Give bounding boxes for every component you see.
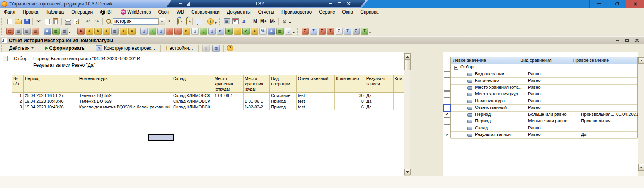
calc-dropdown-icon[interactable]: [68, 32, 71, 33]
filter-checkbox[interactable]: [444, 119, 450, 125]
print-preview-icon[interactable]: [72, 17, 80, 25]
print-form-icon[interactable]: ▥: [23, 28, 31, 35]
memory-subtract-button[interactable]: M-: [268, 19, 277, 24]
table-cell[interactable]: Списание: [270, 93, 297, 98]
menu-item-help[interactable]: Справка: [360, 9, 378, 15]
col-header-warehouse[interactable]: Склад: [172, 75, 213, 93]
table-cell[interactable]: [393, 104, 404, 110]
table-cell[interactable]: 3: [12, 104, 24, 110]
search-input[interactable]: [113, 18, 158, 25]
filter-group-row[interactable]: Отбор: [451, 64, 637, 71]
table-cell[interactable]: [243, 93, 269, 98]
sum-lines-icon[interactable]: Σ: [353, 28, 360, 35]
coins-exchange-icon[interactable]: ↺: [183, 28, 190, 35]
col-header-responsible[interactable]: Ответственный: [296, 75, 334, 93]
scroll-thumb[interactable]: [404, 59, 411, 70]
toolbar-grip[interactable]: [1, 18, 3, 25]
table-cell[interactable]: Да: [365, 104, 393, 110]
filter-checkbox[interactable]: [444, 78, 450, 84]
table-cell[interactable]: Приход: [270, 104, 297, 110]
person-doc-icon[interactable]: ♟: [268, 28, 275, 35]
menu-item-table[interactable]: Таблица: [46, 9, 64, 15]
col-header-nomenclature[interactable]: Номенклатура: [78, 75, 172, 93]
sum-flag-icon[interactable]: Σ: [327, 28, 334, 35]
service-settings-icon[interactable]: ⚙: [280, 17, 289, 25]
print-document-icon[interactable]: ▥: [32, 28, 39, 35]
filter-row-period-to[interactable]: Период Меньше или равно Произвольная...: [451, 118, 637, 125]
sum-dropdown-icon[interactable]: [369, 32, 371, 33]
menu-item-service[interactable]: Сервис: [319, 9, 335, 15]
filter-row-storage-from[interactable]: Место хранения (отк... Равно: [451, 85, 637, 91]
sum-person-blue-icon[interactable]: Σ: [310, 28, 317, 35]
table-cell[interactable]: 19.04.2023 10:43:36: [23, 104, 78, 110]
duplicate-document-icon[interactable]: [194, 17, 203, 25]
table-row[interactable]: 2 19.04.2023 10:43:46 Тележка BQ-559 Скл…: [12, 98, 404, 104]
report-close-icon[interactable]: [635, 39, 639, 42]
table-cell[interactable]: Тележка BQ-559: [78, 93, 172, 98]
report-minimize-icon[interactable]: [616, 40, 619, 41]
col-header-operation-type[interactable]: Вид операции: [270, 75, 297, 93]
spreadsheet-area[interactable]: Отбор: Период Больше или равно "01.04.20…: [0, 52, 404, 176]
undo-icon[interactable]: ↶: [84, 17, 92, 25]
rdp-close-icon[interactable]: [347, 2, 350, 5]
table-cell[interactable]: 1: [12, 93, 24, 98]
scroll-up-button[interactable]: [638, 57, 644, 64]
memory-add-button[interactable]: M+: [259, 19, 268, 24]
settings-button[interactable]: Настройки...: [164, 45, 195, 52]
table-cell[interactable]: Склад КЛИМОВСК: [172, 93, 213, 98]
coins-ruler-icon[interactable]: ●: [120, 28, 127, 35]
menu-item-wildberries[interactable]: WBWildBerries: [121, 9, 151, 15]
table-cell[interactable]: 1-01-06-1: [213, 93, 243, 98]
save-icon[interactable]: [22, 17, 31, 25]
filter-checkbox[interactable]: [444, 98, 450, 104]
col-header-right-value[interactable]: Правое значение: [571, 57, 637, 64]
search-icon[interactable]: [104, 17, 113, 25]
filter-row-period-from[interactable]: Период Больше или равно Произвольная... …: [451, 112, 637, 119]
filter-row-quantity[interactable]: Количество Равно: [451, 78, 637, 85]
menu-item-production[interactable]: Производство: [281, 9, 312, 15]
col-header-storage-from[interactable]: Место хранения (откуда): [213, 75, 243, 93]
table-cell[interactable]: Приход: [270, 98, 297, 104]
filter-checkbox[interactable]: [444, 71, 450, 78]
sum-flag-3-icon[interactable]: Σ: [344, 28, 351, 35]
sum-check-icon[interactable]: Σ: [361, 28, 368, 35]
filter-checkbox[interactable]: ✔: [444, 132, 450, 138]
filter-checkbox[interactable]: [444, 125, 450, 131]
redo-icon[interactable]: ↷: [92, 17, 101, 25]
doc-refresh-icon[interactable]: ↺: [217, 28, 224, 35]
table-cell[interactable]: test: [296, 93, 334, 98]
col-header-record-result[interactable]: Результат записи: [365, 75, 393, 93]
col-header-quantity[interactable]: Количество: [335, 75, 365, 93]
actions-menu-button[interactable]: Действия: [7, 45, 36, 52]
table-cell[interactable]: test: [296, 104, 334, 110]
menu-item-windows[interactable]: Окна: [342, 9, 353, 15]
sheet-vertical-scrollbar[interactable]: [404, 53, 410, 176]
table-cell[interactable]: [213, 98, 243, 104]
coins-stack-icon[interactable]: ●: [103, 28, 110, 35]
partners-icon[interactable]: ♟: [44, 28, 51, 35]
doc-coins-icon[interactable]: ▯: [208, 28, 216, 35]
table-cell[interactable]: 19.04.2023 10:43:46: [23, 98, 78, 104]
menu-item-reports[interactable]: Отчеты: [258, 9, 274, 15]
outgoing-box-icon[interactable]: ↓: [174, 28, 182, 35]
table-cell[interactable]: Да: [365, 93, 393, 98]
print-icon[interactable]: [63, 17, 72, 25]
cash-table-icon[interactable]: ▦: [52, 28, 60, 35]
clear-search-icon[interactable]: ✕: [165, 17, 174, 25]
filter-checkbox[interactable]: ✔: [444, 112, 450, 118]
group-collapse-icon[interactable]: [3, 56, 8, 61]
table-cell[interactable]: 30: [335, 93, 365, 98]
menu-item-file[interactable]: Файл: [4, 9, 15, 15]
active-cell-cursor[interactable]: [148, 134, 174, 141]
table-cell[interactable]: 8: [335, 98, 365, 104]
table-row[interactable]: 1 25.04.2023 16:51:27 Тележка BQ-559 Скл…: [12, 93, 404, 98]
info-icon[interactable]: i: [206, 17, 215, 25]
calculator-edit-icon[interactable]: ▦: [61, 28, 68, 35]
col-header-storage-to[interactable]: Место хранения (куда): [243, 75, 269, 93]
menu-item-operations[interactable]: Операции: [71, 9, 93, 15]
export-report-icon[interactable]: ↓: [149, 28, 156, 35]
table-cell[interactable]: 2: [12, 98, 24, 104]
menu-item-documents[interactable]: Документы: [227, 9, 251, 15]
memory-recall-button[interactable]: M: [252, 19, 259, 24]
menu-item-ibt[interactable]: iBT: [100, 9, 113, 15]
